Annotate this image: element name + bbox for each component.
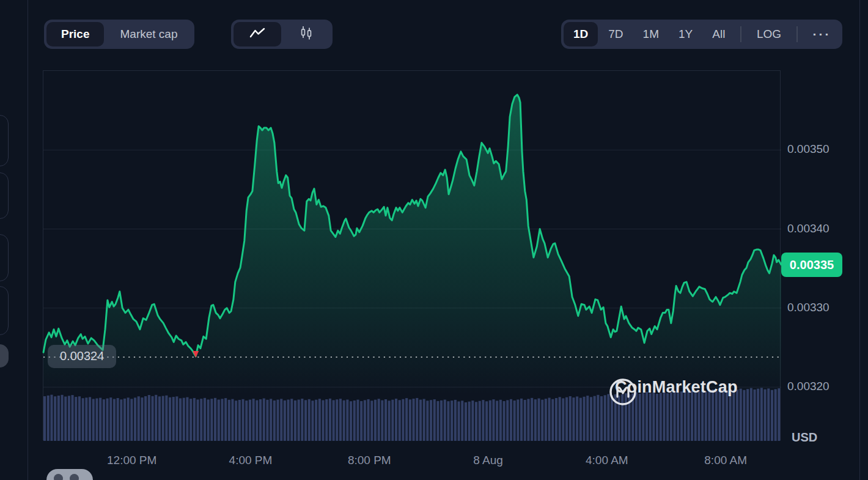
volume-bar [433,399,436,441]
volume-bar [447,401,449,441]
volume-bar [117,398,119,441]
y-axis-label: 0.00340 [787,222,855,235]
y-axis-label: 0.00320 [787,380,855,393]
volume-bar [419,400,422,441]
volume-bar [503,401,506,441]
volume-bar [590,397,592,441]
volume-bar [287,400,290,441]
volume-bar [760,388,763,441]
volume-bar [228,400,230,441]
volume-bar [134,397,136,441]
volume-bar [103,399,105,441]
volume-bar [541,400,543,441]
volume-bar [329,399,331,441]
volume-bar [193,398,196,441]
volume-bar [732,391,735,441]
candlestick-chart-type-button[interactable] [282,22,330,46]
volume-bar [767,388,770,441]
volume-bar [778,388,780,441]
right-page-divider [859,0,860,480]
volume-bar [155,395,157,441]
volume-bar [378,399,380,441]
volume-bar [597,395,599,441]
volume-bar [660,393,662,441]
range-1m-button[interactable]: 1M [634,22,668,46]
range-1y-button[interactable]: 1Y [669,22,702,46]
volume-bar [381,401,383,441]
y-axis-unit-label: USD [792,430,817,445]
volume-bar [572,397,575,441]
volume-bar [458,402,460,441]
volume-bar [750,388,752,441]
reactions-widget[interactable] [46,469,93,480]
volume-bar [754,390,756,441]
volume-bar [649,393,652,441]
volume-bar [712,390,714,441]
volume-bar [687,392,690,441]
volume-bar [252,399,255,441]
volume-bar [200,399,202,441]
line-chart-type-button[interactable] [234,22,281,46]
volume-bar [551,399,554,441]
volume-bar [235,401,237,441]
log-scale-button[interactable]: LOG [748,22,790,46]
price-chart[interactable]: CoinMarketCap [43,70,781,440]
range-7d-button[interactable]: 7D [599,22,632,46]
volume-bar [444,400,446,441]
y-axis-label: 0.00350 [787,142,855,156]
volume-bar [43,396,46,441]
volume-bar [218,400,220,441]
volume-bar [652,393,655,441]
volume-bar [527,399,529,441]
range-1d-button[interactable]: 1D [564,22,598,46]
volume-bar [583,397,586,441]
price-area-fill [43,95,781,395]
tab-market-cap[interactable]: Market cap [105,22,192,46]
volume-bar [726,390,728,441]
volume-bar [395,399,397,441]
volume-bar [210,399,213,441]
volume-bar [224,398,227,441]
volume-bar [325,399,328,441]
volume-bar [333,400,335,441]
emoji-icon [70,474,79,480]
coinmarketcap-watermark: CoinMarketCap [609,378,738,397]
volume-bar [499,400,502,441]
volume-bar [440,401,443,441]
volume-bar [82,398,84,441]
volume-bar [92,399,95,441]
range-toggle: 1D 7D 1M 1Y All LOG ··· [561,20,842,49]
volume-bar [416,398,418,441]
volume-bar [715,391,718,441]
range-all-button[interactable]: All [703,22,734,46]
volume-bar [454,400,457,441]
volume-bar [555,398,557,441]
separator [796,26,798,42]
volume-bar [249,400,251,441]
tab-price[interactable]: Price [46,22,104,46]
x-axis-label: 4:00 AM [564,454,650,467]
candlestick-icon [298,25,314,44]
volume-bar [127,397,130,441]
volume-bar [197,399,199,441]
volume-bar [238,400,241,441]
line-chart-icon [249,28,265,42]
volume-bar [301,399,303,441]
volume-bar [290,399,293,441]
volume-bar [513,401,516,441]
volume-bar [423,399,425,441]
volume-bar [95,399,98,441]
volume-bar [50,395,53,441]
more-options-button[interactable]: ··· [804,22,840,46]
volume-bar [409,399,411,441]
y-axis-label: 0.00330 [787,301,855,314]
volume-bar [705,391,707,441]
volume-bar [559,397,561,441]
metric-toggle: Price Market cap [44,20,194,49]
volume-bar [594,396,596,441]
volume-bar [158,396,161,441]
price-chart-page: Price Market cap 1D 7D 1M 1Y All LOG ··· [0,0,868,480]
volume-bar [405,398,408,441]
volume-bar [645,392,648,441]
low-price-label: 0.00324 [48,345,116,368]
